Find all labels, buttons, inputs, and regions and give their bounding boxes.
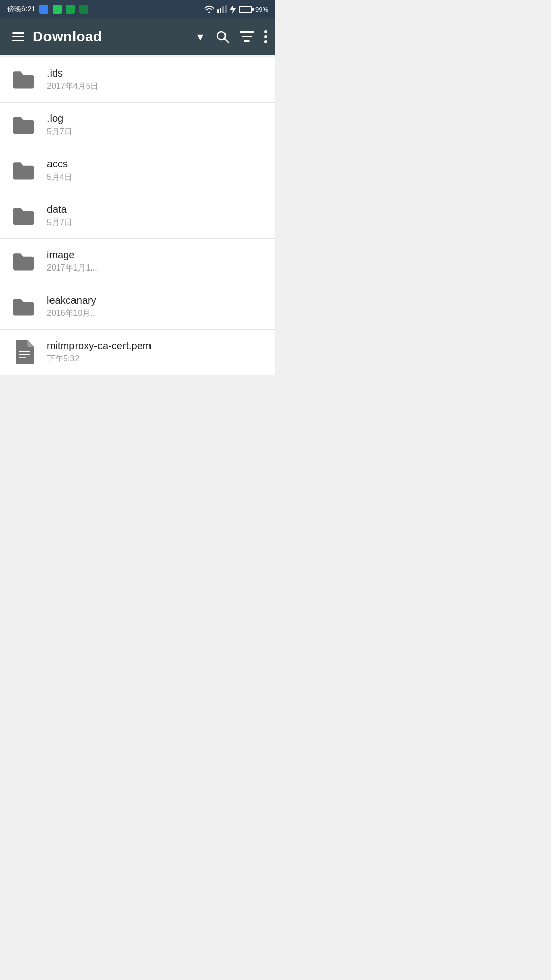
svg-marker-4 — [230, 5, 236, 14]
file-name: .log — [47, 113, 265, 125]
file-info: .log5月7日 — [47, 113, 265, 137]
search-button[interactable] — [215, 30, 230, 44]
svg-rect-7 — [240, 31, 254, 33]
file-info: leakcanary2016年10月... — [47, 295, 265, 319]
file-date: 5月4日 — [47, 172, 265, 183]
file-date: 5月7日 — [47, 217, 265, 228]
folder-icon — [10, 157, 37, 184]
dropdown-button[interactable]: ▾ — [197, 30, 203, 43]
file-info: data5月7日 — [47, 204, 265, 228]
battery-indicator — [239, 6, 252, 13]
filter-button[interactable] — [240, 31, 254, 42]
file-date: 2016年10月... — [47, 308, 265, 319]
list-item[interactable]: .ids2017年4月5日 — [0, 57, 276, 103]
file-name: image — [47, 249, 265, 261]
toolbar-actions — [215, 30, 267, 44]
folder-icon — [10, 248, 37, 275]
menu-button[interactable] — [8, 28, 29, 45]
toolbar: Download ▾ — [0, 18, 276, 55]
toolbar-title: Download — [33, 29, 197, 45]
status-bar: 傍晚6:21 — [0, 0, 276, 18]
file-icon — [10, 339, 37, 365]
list-item[interactable]: data5月7日 — [0, 193, 276, 239]
notif-icon-3 — [66, 5, 75, 14]
svg-rect-3 — [225, 5, 227, 13]
svg-point-12 — [264, 40, 267, 43]
svg-rect-9 — [244, 40, 250, 42]
file-date: 2017年4月5日 — [47, 81, 265, 92]
svg-point-10 — [264, 30, 267, 33]
notif-icon-2 — [53, 5, 62, 14]
svg-rect-1 — [220, 8, 221, 13]
notif-icon-1 — [39, 5, 48, 14]
file-info: .ids2017年4月5日 — [47, 67, 265, 92]
file-date: 下午5:32 — [47, 354, 265, 364]
file-name: accs — [47, 158, 265, 170]
file-info: image2017年1月1... — [47, 249, 265, 274]
file-date: 5月7日 — [47, 127, 265, 137]
file-name: .ids — [47, 67, 265, 79]
list-item[interactable]: mitmproxy-ca-cert.pem下午5:32 — [0, 330, 276, 375]
list-item[interactable]: image2017年1月1... — [0, 239, 276, 284]
list-item[interactable]: accs5月4日 — [0, 148, 276, 193]
charging-icon — [230, 5, 236, 14]
signal-icon — [217, 5, 227, 13]
file-date: 2017年1月1... — [47, 263, 265, 274]
wifi-icon — [204, 5, 214, 13]
file-name: mitmproxy-ca-cert.pem — [47, 340, 265, 352]
svg-point-11 — [264, 35, 267, 38]
file-info: accs5月4日 — [47, 158, 265, 183]
folder-icon — [10, 293, 37, 320]
file-name: data — [47, 204, 265, 215]
svg-rect-8 — [242, 36, 252, 37]
folder-icon — [10, 112, 37, 138]
file-list: .ids2017年4月5日 .log5月7日 accs5月4日 data5月7日… — [0, 57, 276, 375]
list-item[interactable]: .log5月7日 — [0, 103, 276, 148]
file-info: mitmproxy-ca-cert.pem下午5:32 — [47, 340, 265, 364]
time-display: 傍晚6:21 — [7, 5, 35, 14]
folder-icon — [10, 66, 37, 93]
folder-icon — [10, 203, 37, 229]
svg-rect-0 — [217, 9, 219, 13]
notif-icon-4 — [79, 5, 88, 14]
file-name: leakcanary — [47, 295, 265, 306]
battery-percent: 99% — [255, 6, 268, 13]
svg-rect-2 — [222, 6, 224, 13]
svg-line-6 — [224, 39, 229, 43]
list-item[interactable]: leakcanary2016年10月... — [0, 284, 276, 330]
more-button[interactable] — [264, 30, 267, 43]
